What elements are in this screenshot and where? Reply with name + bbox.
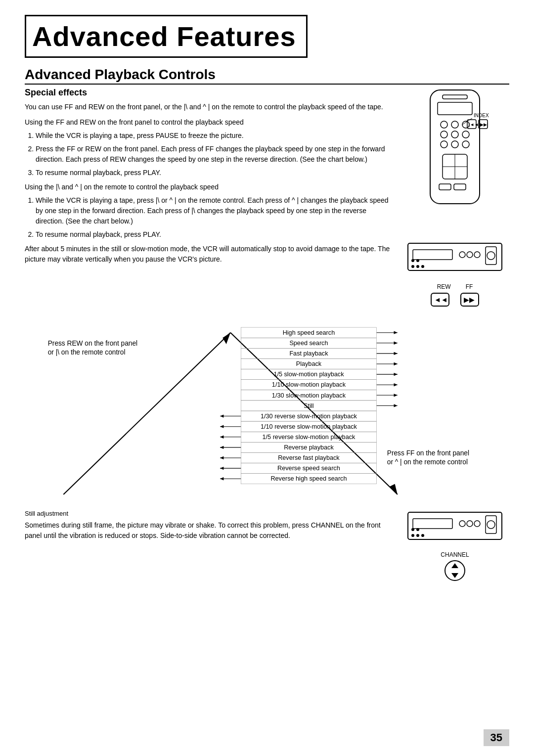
- still-image-col: CHANNEL: [400, 510, 509, 583]
- rew-ff-labels: REW FF: [437, 283, 473, 290]
- sub-heading: Special effects: [25, 88, 391, 98]
- svg-text:◄◄: ◄◄: [434, 296, 448, 304]
- svg-text:Reverse fast playback: Reverse fast playback: [278, 454, 340, 461]
- chart-section: High speed search Speed search Fast play…: [25, 317, 509, 505]
- list-item: While the VCR is playing a tape, press P…: [36, 131, 391, 141]
- svg-text:1/5 slow-motion playback: 1/5 slow-motion playback: [273, 371, 344, 378]
- svg-text:1/5 reverse slow-motion playba: 1/5 reverse slow-motion playback: [263, 434, 356, 441]
- svg-marker-90: [220, 446, 223, 449]
- page-number: 35: [484, 729, 509, 746]
- svg-point-112: [411, 528, 414, 531]
- svg-text:Reverse high speed search: Reverse high speed search: [270, 475, 347, 482]
- svg-point-31: [416, 265, 419, 268]
- svg-marker-70: [394, 394, 398, 397]
- svg-point-9: [441, 141, 447, 148]
- still-adjustment-section: Still adjustment Sometimes during still …: [25, 510, 509, 583]
- ff-button: ▶▶: [460, 292, 480, 307]
- svg-text:1/30 reverse slow-motion playb: 1/30 reverse slow-motion playback: [261, 413, 357, 420]
- svg-marker-102: [220, 477, 223, 480]
- svg-text:Press REW on the front panel: Press REW on the front panel: [48, 340, 137, 347]
- svg-point-11: [462, 141, 469, 148]
- svg-marker-120: [451, 563, 458, 568]
- vcr-illustration: [405, 241, 504, 280]
- svg-point-29: [416, 259, 419, 262]
- top-section: Special effects You can use FF and REW o…: [25, 88, 509, 307]
- svg-point-7: [451, 131, 458, 138]
- svg-text:Speed search: Speed search: [289, 340, 328, 347]
- svg-point-118: [487, 521, 495, 529]
- svg-marker-86: [220, 436, 223, 439]
- svg-point-6: [441, 131, 447, 138]
- svg-text:▶▶: ▶▶: [464, 296, 475, 304]
- list-item: To resume normal playback, press PLAY.: [36, 168, 391, 178]
- svg-text:or |\   on the remote control: or |\ on the remote control: [48, 349, 126, 356]
- svg-point-111: [474, 521, 480, 527]
- svg-point-27: [474, 252, 480, 258]
- still-adj-text: Sometimes during still frame, the pictur…: [25, 520, 391, 541]
- svg-point-26: [467, 252, 473, 258]
- rew-label: REW: [437, 283, 451, 290]
- page-wrapper: Advanced Features Advanced Playback Cont…: [0, 0, 534, 756]
- svg-marker-82: [220, 425, 223, 428]
- page-title: Advanced Features: [32, 20, 296, 52]
- svg-text:|◄◄: |◄◄: [469, 122, 479, 127]
- svg-point-30: [411, 265, 414, 268]
- list-item: To resume normal playback, press PLAY.: [36, 229, 391, 240]
- still-text-col: Still adjustment Sometimes during still …: [25, 510, 391, 583]
- svg-marker-54: [394, 352, 398, 355]
- svg-point-4: [451, 121, 458, 128]
- svg-point-34: [487, 252, 495, 260]
- svg-text:High speed search: High speed search: [283, 329, 335, 336]
- svg-point-114: [411, 534, 414, 537]
- svg-line-39: [63, 333, 230, 494]
- svg-marker-78: [220, 414, 223, 417]
- svg-marker-94: [220, 456, 223, 459]
- list-item: While the VCR is playing a tape, press |…: [36, 195, 391, 226]
- image-column: INDEX |◄◄ ▶▶|: [400, 88, 509, 307]
- svg-point-3: [441, 121, 447, 128]
- svg-text:Press FF on the front panel: Press FF on the front panel: [387, 449, 469, 457]
- remote-heading: Using the |\ and ^ | on the remote to co…: [25, 182, 391, 192]
- svg-point-28: [411, 259, 414, 262]
- channel-button: [443, 558, 467, 583]
- svg-point-10: [451, 141, 458, 148]
- speed-chart: High speed search Speed search Fast play…: [25, 317, 509, 505]
- svg-marker-40: [222, 333, 230, 344]
- svg-point-25: [459, 252, 465, 258]
- svg-rect-1: [443, 95, 467, 99]
- svg-text:1/10 reverse slow-motion playb: 1/10 reverse slow-motion playback: [261, 423, 357, 430]
- svg-marker-46: [394, 331, 398, 334]
- channel-label: CHANNEL: [441, 551, 469, 558]
- rew-button: ◄◄: [430, 292, 450, 307]
- remote-steps: While the VCR is playing a tape, press |…: [36, 195, 391, 240]
- svg-point-109: [459, 521, 465, 527]
- svg-text:Reverse speed search: Reverse speed search: [277, 465, 340, 472]
- svg-text:Playback: Playback: [296, 360, 322, 367]
- text-column: Special effects You can use FF and REW o…: [25, 88, 391, 307]
- list-item: Press the FF or REW on the front panel. …: [36, 144, 391, 165]
- svg-point-32: [421, 265, 424, 268]
- svg-point-8: [462, 131, 469, 138]
- svg-text:INDEX: INDEX: [474, 113, 489, 118]
- svg-marker-62: [394, 373, 398, 376]
- front-panel-heading: Using the FF and REW on the front panel …: [25, 117, 391, 128]
- remote-illustration: INDEX |◄◄ ▶▶|: [415, 88, 494, 236]
- ff-label: FF: [466, 283, 473, 290]
- svg-text:1/10 slow-motion playback: 1/10 slow-motion playback: [272, 381, 346, 388]
- svg-rect-15: [439, 184, 451, 190]
- svg-marker-121: [451, 573, 458, 578]
- svg-marker-66: [394, 383, 398, 386]
- svg-text:Reverse playback: Reverse playback: [284, 444, 334, 451]
- svg-point-110: [467, 521, 473, 527]
- svg-text:or ^   | on the remote control: or ^ | on the remote control: [387, 458, 468, 466]
- svg-rect-24: [413, 250, 452, 260]
- vcr-bottom-illustration: [405, 510, 504, 549]
- svg-rect-108: [413, 519, 452, 529]
- svg-point-116: [421, 534, 424, 537]
- svg-rect-2: [438, 102, 472, 115]
- svg-marker-50: [394, 342, 398, 345]
- intro-text: You can use FF and REW on the front pane…: [25, 102, 391, 112]
- svg-marker-42: [390, 484, 398, 494]
- section-heading: Advanced Playback Controls: [25, 67, 509, 85]
- svg-text:▶▶|: ▶▶|: [480, 122, 488, 127]
